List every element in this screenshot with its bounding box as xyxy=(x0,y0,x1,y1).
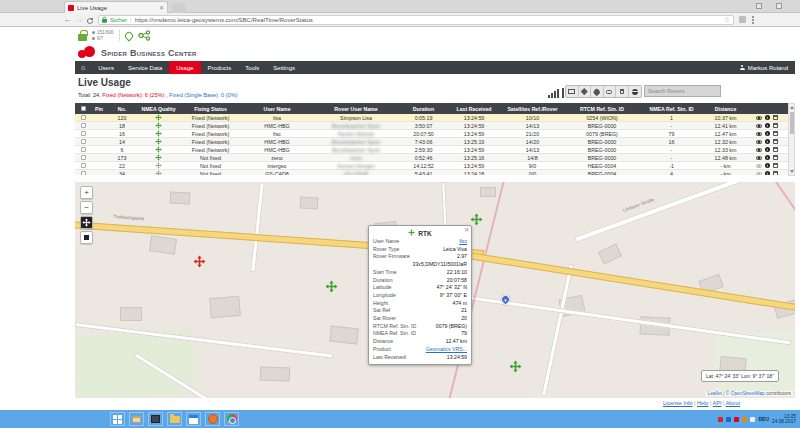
firefox-icon[interactable] xyxy=(205,412,220,426)
eye-icon[interactable] xyxy=(756,140,762,144)
row-checkbox[interactable] xyxy=(81,171,86,175)
row-checkbox[interactable] xyxy=(81,131,86,136)
table-row[interactable]: 14Fixed (Network)HMC-HBGBeutelspacher Sp… xyxy=(75,138,788,146)
info-icon[interactable]: i xyxy=(765,115,771,121)
nav-item-usage[interactable]: Usage xyxy=(169,61,200,74)
table-row[interactable]: 173Not fixedzenozeno0:52:4613:25:1614/8B… xyxy=(75,154,788,162)
table-row[interactable]: 16Fixed (Network)fiscFischer Michele20:0… xyxy=(75,130,788,138)
taskbar-clock[interactable]: 13:25 24.08.2017 xyxy=(772,414,796,425)
zoom-out-button[interactable]: − xyxy=(80,201,93,214)
map-pin-icon[interactable] xyxy=(123,30,134,41)
table-row[interactable]: 120Fixed (Network)lisaSimpson Lisa0:05:1… xyxy=(75,114,788,122)
column-header[interactable]: User Name xyxy=(241,103,313,114)
popup-close-icon[interactable]: ✕ xyxy=(464,226,469,233)
eye-icon[interactable] xyxy=(756,116,762,120)
tray-app-red-icon[interactable] xyxy=(718,417,723,422)
nav-item-settings[interactable]: Settings xyxy=(266,61,302,74)
row-checkbox[interactable] xyxy=(81,155,86,160)
row-checkbox[interactable] xyxy=(81,123,86,128)
eye-icon[interactable] xyxy=(756,156,762,160)
window-restore-icon[interactable] xyxy=(756,3,762,9)
zoom-in-button[interactable]: + xyxy=(80,186,93,199)
trash-icon[interactable] xyxy=(773,163,778,169)
forward-icon[interactable]: → xyxy=(73,15,84,24)
eye-icon[interactable] xyxy=(756,148,762,152)
row-checkbox[interactable] xyxy=(81,147,86,152)
nav-item-tools[interactable]: Tools xyxy=(238,61,266,74)
select-all-checkbox[interactable] xyxy=(75,103,91,114)
table-row[interactable]: 6Fixed (Network)HMC-HBGBeutelspacher Spo… xyxy=(75,146,788,154)
bookmark-star-icon[interactable]: ☆ xyxy=(724,16,730,23)
new-tab-button[interactable] xyxy=(172,3,186,13)
column-header[interactable]: Satellites Ref./Rover xyxy=(500,103,565,114)
column-header[interactable]: Rover User Name xyxy=(313,103,399,114)
home-icon[interactable]: ⌂ xyxy=(75,61,91,74)
eye-icon[interactable] xyxy=(756,164,762,168)
trash-icon[interactable] xyxy=(773,131,778,137)
column-header[interactable]: RTCM Ref. Stn. ID xyxy=(565,103,639,114)
info-icon[interactable]: i xyxy=(765,171,771,175)
popup-link[interactable]: fisc xyxy=(399,238,467,246)
tray-app-orange-icon[interactable] xyxy=(742,417,747,422)
scroll-up-icon[interactable] xyxy=(790,106,794,109)
trash-icon[interactable] xyxy=(773,115,778,121)
address-bar[interactable]: Sicher | https://nrsdemo.leica-geosystem… xyxy=(98,15,734,25)
network-icon[interactable] xyxy=(138,30,151,41)
eye-icon[interactable] xyxy=(756,132,762,136)
table-row[interactable]: 22Not fixedintergeoAccess Intergeo14:12:… xyxy=(75,162,788,170)
trash-icon[interactable] xyxy=(773,139,778,145)
column-header[interactable]: Duration xyxy=(399,103,448,114)
column-header[interactable]: Last Received xyxy=(448,103,500,114)
url-text[interactable]: https://nrsdemo.leica-geosystems.com/SBC… xyxy=(135,17,721,23)
tray-app-blue-icon[interactable] xyxy=(726,417,731,422)
pan-extent-button[interactable] xyxy=(80,216,93,229)
rover-button[interactable] xyxy=(579,86,592,97)
media-player-icon[interactable] xyxy=(186,412,201,426)
delete-button[interactable] xyxy=(616,86,629,97)
info-icon[interactable]: i xyxy=(765,163,771,169)
column-header[interactable]: Distance xyxy=(704,103,747,114)
popup-link[interactable]: Geomatics VRS... xyxy=(391,346,467,354)
eye-icon[interactable] xyxy=(756,124,762,128)
column-header[interactable]: NMEA Ref. Stn. ID xyxy=(639,103,704,114)
file-explorer-icon[interactable] xyxy=(129,412,144,426)
browser-menu-icon[interactable] xyxy=(752,16,754,24)
row-checkbox[interactable] xyxy=(81,163,86,168)
footer-link-license-info[interactable]: License Info xyxy=(663,400,693,406)
extension-icon[interactable] xyxy=(739,16,746,23)
column-header[interactable]: No. xyxy=(107,103,137,114)
search-input[interactable] xyxy=(644,85,721,97)
tray-app-gray-icon[interactable] xyxy=(750,417,755,422)
tab-close-icon[interactable]: ✕ xyxy=(159,5,164,11)
nav-item-products[interactable]: Products xyxy=(201,61,239,74)
eye-icon[interactable] xyxy=(756,172,762,176)
trash-icon[interactable] xyxy=(773,155,778,161)
location-button[interactable] xyxy=(591,86,604,97)
table-row[interactable]: 18Fixed (Network)HMC-HBGBeutelspacher Sp… xyxy=(75,122,788,130)
monitor-button[interactable] xyxy=(566,86,579,97)
info-icon[interactable]: i xyxy=(765,155,771,161)
scroll-thumb[interactable] xyxy=(790,112,794,134)
tray-app-red2-icon[interactable] xyxy=(734,417,739,422)
osm-link[interactable]: OpenStreetMap xyxy=(731,391,765,396)
column-header[interactable]: Fixing Status xyxy=(180,103,241,114)
footer-link-help[interactable]: Help xyxy=(697,400,708,406)
stop-follow-button[interactable] xyxy=(80,231,93,244)
browser-tab[interactable]: Live Usage ✕ xyxy=(64,1,168,13)
table-scrollbar[interactable] xyxy=(788,103,795,176)
nav-item-service-data[interactable]: Service Data xyxy=(121,61,169,74)
leaflet-link[interactable]: Leaflet xyxy=(708,391,722,396)
info-icon[interactable]: i xyxy=(765,147,771,153)
message-button[interactable] xyxy=(604,86,617,97)
footer-link-about[interactable]: About xyxy=(726,400,740,406)
language-indicator[interactable]: DEU xyxy=(758,416,769,422)
trash-icon[interactable] xyxy=(773,123,778,129)
info-icon[interactable]: i xyxy=(765,139,771,145)
nav-item-users[interactable]: Users xyxy=(91,61,121,74)
folder-icon[interactable] xyxy=(167,412,182,426)
scroll-down-icon[interactable] xyxy=(790,170,794,173)
app-window-icon[interactable] xyxy=(148,412,163,426)
windows-start-icon[interactable] xyxy=(110,412,125,426)
trash-icon[interactable] xyxy=(773,147,778,153)
reload-icon[interactable] xyxy=(84,11,95,29)
